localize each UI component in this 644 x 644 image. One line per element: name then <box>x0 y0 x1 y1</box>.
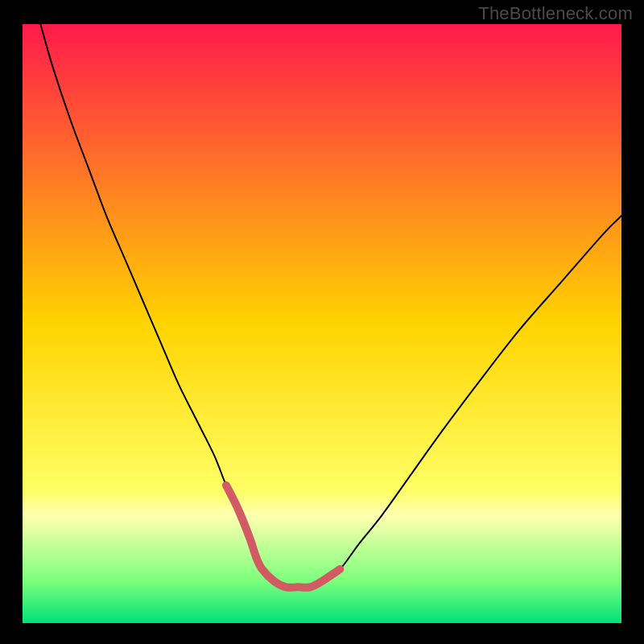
watermark-label: TheBottleneck.com <box>478 3 633 24</box>
chart-frame: TheBottleneck.com <box>0 0 644 644</box>
chart-svg <box>0 0 644 644</box>
chart-plot-bg <box>23 24 621 623</box>
